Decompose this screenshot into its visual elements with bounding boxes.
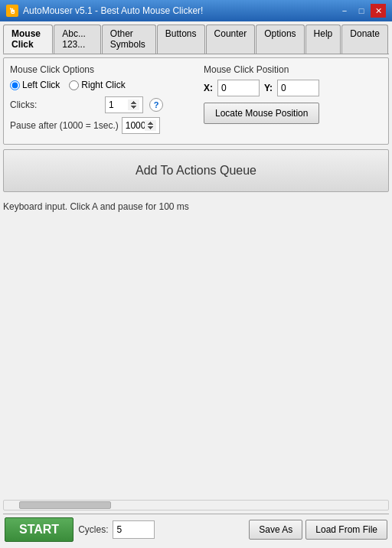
clicks-row: Clicks: ? xyxy=(10,96,188,113)
right-click-input[interactable] xyxy=(69,80,79,90)
scrollbar-thumb[interactable] xyxy=(19,501,111,509)
click-options-label: Mouse Click Options xyxy=(10,64,188,75)
cycles-input[interactable] xyxy=(113,520,155,539)
minimize-button[interactable]: − xyxy=(337,4,352,18)
pause-row: Pause after (1000 = 1sec.) xyxy=(10,117,188,134)
tab-counter[interactable]: Counter xyxy=(206,24,256,54)
tab-mouse-click[interactable]: Mouse Click xyxy=(3,24,53,54)
maximize-button[interactable]: □ xyxy=(354,4,369,18)
mouse-click-position: Mouse Click Position X: Y: Locate Mouse … xyxy=(204,64,382,138)
help-icon[interactable]: ? xyxy=(149,98,163,112)
load-from-file-button[interactable]: Load From File xyxy=(305,520,387,540)
content-area: Mouse Click Options Left Click Right Cli… xyxy=(3,57,389,545)
left-click-input[interactable] xyxy=(10,80,20,90)
close-button[interactable]: ✕ xyxy=(371,4,386,18)
pause-spinner xyxy=(122,117,160,134)
right-click-label: Right Click xyxy=(81,80,125,90)
tab-options[interactable]: Options xyxy=(256,24,304,54)
add-queue-button[interactable]: Add To Actions Queue xyxy=(3,149,389,192)
x-input[interactable] xyxy=(217,80,260,96)
y-label: Y: xyxy=(264,83,273,93)
clicks-label: Clicks: xyxy=(10,99,102,110)
tab-buttons[interactable]: Buttons xyxy=(157,24,205,54)
tab-donate[interactable]: Donate xyxy=(341,24,388,54)
position-label: Mouse Click Position xyxy=(204,64,382,75)
coordinates-group: X: Y: xyxy=(204,80,382,96)
left-click-label: Left Click xyxy=(22,80,60,90)
clicks-spinner xyxy=(105,96,143,113)
tab-abc[interactable]: Abc... 123... xyxy=(54,24,101,54)
y-input[interactable] xyxy=(277,80,319,96)
cycles-label: Cycles: xyxy=(78,524,108,535)
radio-group: Left Click Right Click xyxy=(10,80,188,90)
horizontal-scrollbar[interactable] xyxy=(3,500,389,510)
start-button[interactable]: START xyxy=(5,517,74,542)
file-buttons: Save As Load From File xyxy=(249,520,387,540)
right-click-radio[interactable]: Right Click xyxy=(69,80,125,90)
window-controls: − □ ✕ xyxy=(337,4,386,18)
main-content-area xyxy=(3,215,389,500)
left-click-radio[interactable]: Left Click xyxy=(10,80,60,90)
title-bar: 🖱 AutoMouser v5.1 - Best Auto Mouse Clic… xyxy=(0,0,392,21)
pause-label: Pause after (1000 = 1sec.) xyxy=(10,120,119,131)
main-window: Mouse Click Abc... 123... Other Symbols … xyxy=(0,21,392,548)
tab-help[interactable]: Help xyxy=(305,24,341,54)
save-as-button[interactable]: Save As xyxy=(249,520,302,540)
action-status: Keyboard input. Click A and pause for 10… xyxy=(3,198,389,215)
clicks-input[interactable] xyxy=(105,96,143,113)
locate-button[interactable]: Locate Mouse Position xyxy=(204,103,319,124)
title-text: AutoMouser v5.1 - Best Auto Mouse Clicke… xyxy=(23,5,203,16)
tab-bar: Mouse Click Abc... 123... Other Symbols … xyxy=(3,24,389,54)
pause-input[interactable] xyxy=(122,117,160,134)
x-label: X: xyxy=(204,83,213,93)
mouse-click-options: Mouse Click Options Left Click Right Cli… xyxy=(10,64,188,138)
options-panel: Mouse Click Options Left Click Right Cli… xyxy=(3,57,389,145)
bottom-bar: START Cycles: Save As Load From File xyxy=(3,514,389,545)
tab-other-symbols[interactable]: Other Symbols xyxy=(102,24,156,54)
app-icon: 🖱 xyxy=(6,5,18,17)
